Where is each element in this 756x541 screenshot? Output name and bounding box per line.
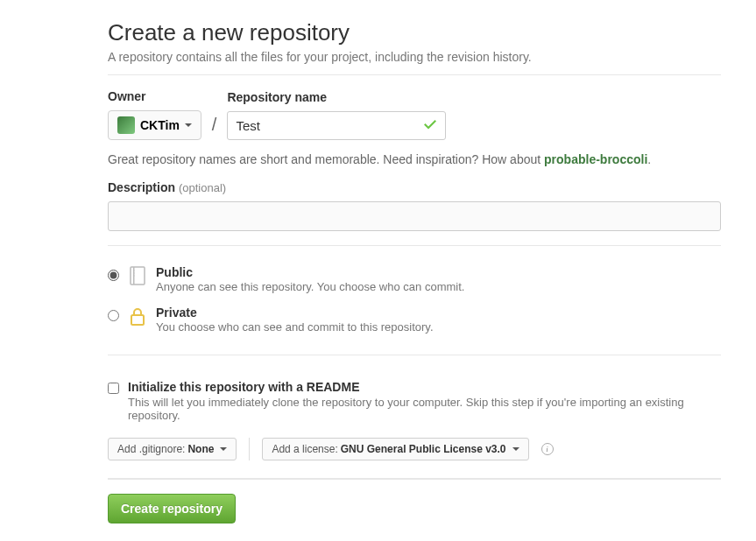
caret-down-icon (512, 447, 519, 451)
public-title: Public (156, 265, 721, 279)
owner-name: CKTim (140, 118, 180, 132)
svg-rect-5 (131, 315, 144, 325)
private-radio[interactable] (108, 310, 119, 321)
check-icon (423, 116, 437, 135)
caret-down-icon (185, 123, 192, 127)
private-title: Private (156, 306, 721, 320)
visibility-private-option[interactable]: Private You choose who can see and commi… (108, 300, 721, 341)
public-desc: Anyone can see this repository. You choo… (156, 280, 721, 293)
svg-point-3 (133, 272, 135, 274)
slash-separator: / (210, 115, 219, 140)
vertical-divider (249, 438, 250, 460)
gitignore-select-button[interactable]: Add .gitignore: None (108, 438, 237, 460)
public-radio[interactable] (108, 270, 119, 281)
svg-rect-0 (131, 267, 145, 285)
visibility-public-option[interactable]: Public Anyone can see this repository. Y… (108, 260, 721, 300)
info-icon[interactable]: i (541, 443, 554, 455)
page-subtitle: A repository contains all the files for … (108, 50, 721, 64)
svg-point-4 (133, 275, 135, 277)
repo-name-label: Repository name (227, 90, 446, 104)
owner-label: Owner (108, 89, 201, 103)
page-title: Create a new repository (108, 19, 721, 46)
create-repository-button[interactable]: Create repository (108, 494, 236, 523)
avatar (117, 116, 135, 134)
lock-icon (128, 306, 147, 331)
owner-select-button[interactable]: CKTim (108, 110, 201, 140)
suggestion-link[interactable]: probable-broccoli (544, 152, 647, 166)
readme-title: Initialize this repository with a README (128, 380, 721, 394)
svg-point-2 (133, 270, 135, 271)
readme-desc: This will let you immediately clone the … (128, 396, 721, 422)
readme-checkbox[interactable] (108, 383, 119, 394)
description-label: Description (optional) (108, 180, 721, 194)
license-select-button[interactable]: Add a license: GNU General Public Licens… (262, 438, 528, 460)
private-desc: You choose who can see and commit to thi… (156, 320, 721, 334)
name-hint: Great repository names are short and mem… (108, 152, 721, 166)
repo-name-input[interactable] (227, 111, 446, 140)
caret-down-icon (220, 447, 227, 451)
description-input[interactable] (108, 201, 721, 231)
readme-option[interactable]: Initialize this repository with a README… (108, 369, 721, 422)
repo-icon (128, 265, 147, 291)
